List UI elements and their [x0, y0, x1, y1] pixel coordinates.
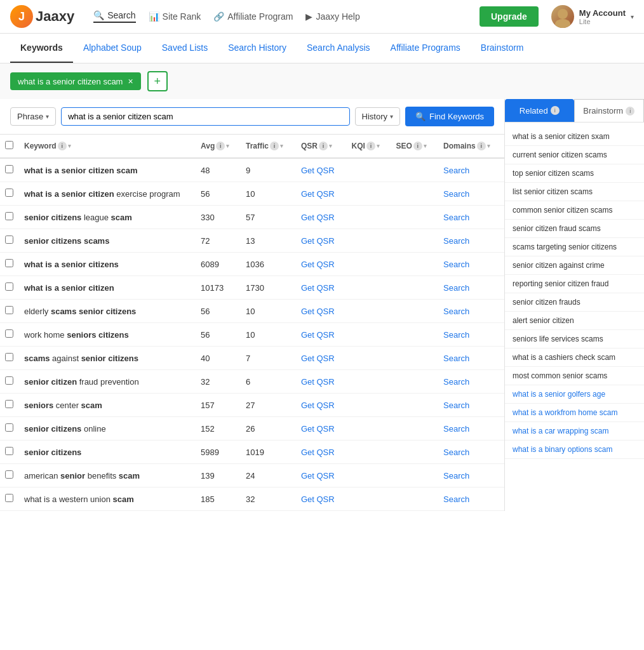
- domains-cell[interactable]: Search: [438, 417, 504, 441]
- domains-cell[interactable]: Search: [438, 323, 504, 347]
- related-item[interactable]: what is a workfrom home scam: [505, 404, 644, 422]
- row-checkbox[interactable]: [5, 329, 13, 338]
- nav-affiliate-program[interactable]: 🔗 Affiliate Program: [213, 11, 293, 22]
- related-item[interactable]: what is a car wrapping scam: [505, 422, 644, 441]
- qsr-cell[interactable]: Get QSR: [296, 206, 347, 229]
- add-tag-button[interactable]: +: [147, 71, 168, 91]
- th-traffic[interactable]: Traffic i ▾: [241, 135, 296, 158]
- tab-alphabet-soup[interactable]: Alphabet Soup: [73, 34, 152, 63]
- get-qsr-link[interactable]: Get QSR: [301, 283, 335, 293]
- related-item[interactable]: what is a cashiers check scam: [505, 348, 644, 367]
- qsr-cell[interactable]: Get QSR: [296, 370, 347, 394]
- nav-site-rank[interactable]: 📊 Site Rank: [149, 11, 201, 22]
- find-keywords-button[interactable]: 🔍 Find Keywords: [405, 107, 494, 126]
- brainstorm-info-icon[interactable]: i: [626, 107, 634, 116]
- row-checkbox[interactable]: [5, 165, 13, 173]
- search-link[interactable]: Search: [443, 494, 469, 504]
- history-dropdown[interactable]: History ▾: [355, 107, 400, 126]
- phrase-dropdown[interactable]: Phrase ▾: [10, 107, 56, 126]
- domains-cell[interactable]: Search: [438, 158, 504, 182]
- my-account[interactable]: My Account Lite ▾: [551, 5, 634, 28]
- related-item[interactable]: current senior citizen scams: [505, 146, 644, 164]
- row-checkbox[interactable]: [5, 494, 13, 502]
- seo-info-icon[interactable]: i: [413, 142, 422, 150]
- tab-search-analysis[interactable]: Search Analysis: [297, 34, 380, 63]
- related-item[interactable]: what is a senior golfers age: [505, 385, 644, 404]
- th-keyword[interactable]: Keyword i ▾: [19, 135, 196, 158]
- row-checkbox[interactable]: [5, 282, 13, 291]
- tab-saved-lists[interactable]: Saved Lists: [152, 34, 218, 63]
- row-checkbox[interactable]: [5, 259, 13, 267]
- qsr-cell[interactable]: Get QSR: [296, 441, 347, 464]
- tab-affiliate-programs[interactable]: Affiliate Programs: [380, 34, 471, 63]
- tab-related[interactable]: Related i: [505, 99, 574, 122]
- row-checkbox[interactable]: [5, 400, 13, 408]
- avg-info-icon[interactable]: i: [216, 142, 225, 150]
- get-qsr-link[interactable]: Get QSR: [301, 494, 335, 504]
- th-kqi[interactable]: KQI i ▾: [347, 135, 391, 158]
- qsr-cell[interactable]: Get QSR: [296, 253, 347, 276]
- domains-cell[interactable]: Search: [438, 276, 504, 300]
- keyword-info-icon[interactable]: i: [58, 142, 67, 150]
- upgrade-button[interactable]: Upgrade: [480, 6, 539, 27]
- qsr-cell[interactable]: Get QSR: [296, 347, 347, 370]
- search-tag-close[interactable]: ×: [128, 76, 133, 86]
- get-qsr-link[interactable]: Get QSR: [301, 307, 335, 316]
- domains-cell[interactable]: Search: [438, 182, 504, 206]
- tab-keywords[interactable]: Keywords: [10, 34, 73, 63]
- domains-info-icon[interactable]: i: [477, 142, 486, 150]
- search-link[interactable]: Search: [443, 283, 469, 293]
- search-link[interactable]: Search: [443, 424, 469, 434]
- related-info-icon[interactable]: i: [551, 106, 560, 115]
- select-all-checkbox[interactable]: [5, 141, 13, 149]
- qsr-cell[interactable]: Get QSR: [296, 394, 347, 417]
- tab-search-history[interactable]: Search History: [218, 34, 297, 63]
- domains-cell[interactable]: Search: [438, 229, 504, 253]
- logo[interactable]: J Jaaxy: [10, 5, 74, 28]
- get-qsr-link[interactable]: Get QSR: [301, 236, 335, 246]
- th-seo[interactable]: SEO i ▾: [391, 135, 438, 158]
- nav-search[interactable]: 🔍 Search: [93, 10, 135, 23]
- get-qsr-link[interactable]: Get QSR: [301, 401, 335, 410]
- get-qsr-link[interactable]: Get QSR: [301, 424, 335, 434]
- search-link[interactable]: Search: [443, 448, 469, 457]
- th-qsr[interactable]: QSR i ▾: [296, 135, 347, 158]
- tab-brainstorm-right[interactable]: Brainstorm i: [574, 99, 645, 122]
- tab-brainstorm[interactable]: Brainstorm: [471, 34, 534, 63]
- domains-cell[interactable]: Search: [438, 394, 504, 417]
- qsr-info-icon[interactable]: i: [319, 142, 328, 150]
- get-qsr-link[interactable]: Get QSR: [301, 213, 335, 222]
- search-link[interactable]: Search: [443, 330, 469, 340]
- qsr-cell[interactable]: Get QSR: [296, 488, 347, 511]
- get-qsr-link[interactable]: Get QSR: [301, 448, 335, 457]
- row-checkbox[interactable]: [5, 423, 13, 432]
- domains-cell[interactable]: Search: [438, 253, 504, 276]
- row-checkbox[interactable]: [5, 189, 13, 197]
- domains-cell[interactable]: Search: [438, 300, 504, 323]
- search-link[interactable]: Search: [443, 401, 469, 410]
- search-link[interactable]: Search: [443, 307, 469, 316]
- row-checkbox[interactable]: [5, 447, 13, 455]
- search-link[interactable]: Search: [443, 236, 469, 246]
- qsr-cell[interactable]: Get QSR: [296, 323, 347, 347]
- related-item[interactable]: senior citizen frauds: [505, 293, 644, 312]
- search-link[interactable]: Search: [443, 354, 469, 363]
- qsr-cell[interactable]: Get QSR: [296, 158, 347, 182]
- get-qsr-link[interactable]: Get QSR: [301, 471, 335, 481]
- kqi-info-icon[interactable]: i: [366, 142, 375, 150]
- related-item[interactable]: top senior citizen scams: [505, 164, 644, 183]
- th-avg[interactable]: Avg i ▾: [196, 135, 241, 158]
- row-checkbox[interactable]: [5, 353, 13, 361]
- get-qsr-link[interactable]: Get QSR: [301, 189, 335, 199]
- qsr-cell[interactable]: Get QSR: [296, 417, 347, 441]
- domains-cell[interactable]: Search: [438, 488, 504, 511]
- nav-jaaxy-help[interactable]: ▶ Jaaxy Help: [305, 11, 359, 22]
- search-tag[interactable]: what is a senior citizen scam ×: [10, 72, 141, 90]
- keyword-search-input[interactable]: [61, 107, 349, 126]
- row-checkbox[interactable]: [5, 470, 13, 479]
- qsr-cell[interactable]: Get QSR: [296, 276, 347, 300]
- get-qsr-link[interactable]: Get QSR: [301, 166, 335, 175]
- domains-cell[interactable]: Search: [438, 441, 504, 464]
- th-domains[interactable]: Domains i ▾: [438, 135, 504, 158]
- search-link[interactable]: Search: [443, 213, 469, 222]
